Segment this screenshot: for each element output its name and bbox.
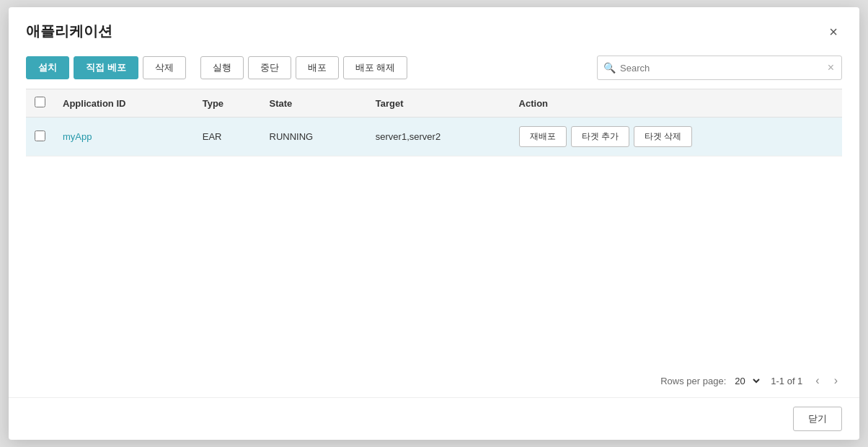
rows-per-page-select[interactable]: 20 50 100 [732, 375, 762, 387]
header-app-id: Application ID [54, 89, 194, 118]
search-clear-button[interactable]: × [826, 61, 836, 74]
application-dialog: 애플리케이션 × 설치 직접 베포 삭제 실행 중단 배포 배포 해제 🔍 × … [9, 7, 859, 440]
action-buttons: 재배포 타겟 추가 타겟 삭제 [519, 126, 833, 147]
table-header-row: Application ID Type State Target Action [26, 89, 842, 118]
redeploy-button[interactable]: 재배포 [519, 126, 567, 147]
app-id-link[interactable]: myApp [63, 131, 92, 142]
search-input[interactable] [620, 63, 826, 74]
toolbar: 설치 직접 베포 삭제 실행 중단 배포 배포 해제 🔍 × [9, 50, 859, 89]
table-container: Application ID Type State Target Action … [9, 89, 859, 364]
search-icon: 🔍 [603, 62, 616, 74]
header-type: Type [194, 89, 261, 118]
page-info: 1-1 of 1 [771, 376, 802, 386]
install-button[interactable]: 설치 [26, 56, 69, 79]
delete-button[interactable]: 삭제 [143, 56, 186, 79]
pagination-bar: Rows per page: 20 50 100 1-1 of 1 ‹ › [9, 364, 859, 397]
deploy-button[interactable]: 배포 [296, 56, 339, 79]
footer-close-button[interactable]: 닫기 [793, 407, 842, 431]
row-checkbox[interactable] [35, 130, 45, 141]
dialog-header: 애플리케이션 × [9, 7, 859, 50]
next-page-button[interactable]: › [830, 373, 842, 389]
run-button[interactable]: 실행 [200, 56, 244, 79]
undeploy-button[interactable]: 배포 해제 [343, 56, 408, 79]
rows-per-page-label: Rows per page: [660, 376, 726, 386]
row-actions: 재배포 타겟 추가 타겟 삭제 [510, 118, 842, 156]
search-box: 🔍 × [597, 56, 842, 80]
header-checkbox-col [26, 89, 54, 118]
dialog-title: 애플리케이션 [26, 22, 112, 41]
direct-deploy-button[interactable]: 직접 베포 [74, 56, 138, 79]
row-app-id: myApp [54, 118, 194, 156]
prev-page-button[interactable]: ‹ [811, 373, 823, 389]
header-state: State [261, 89, 367, 118]
header-target: Target [367, 89, 510, 118]
add-target-button[interactable]: 타겟 추가 [571, 126, 629, 147]
applications-table: Application ID Type State Target Action … [26, 89, 842, 156]
select-all-checkbox[interactable] [35, 97, 45, 107]
row-checkbox-cell [26, 118, 54, 156]
header-action: Action [510, 89, 842, 118]
dialog-footer: 닫기 [9, 397, 859, 440]
row-type: EAR [194, 118, 261, 156]
stop-button[interactable]: 중단 [248, 56, 291, 79]
table-row: myApp EAR RUNNING server1,server2 재배포 타겟… [26, 118, 842, 156]
delete-target-button[interactable]: 타겟 삭제 [634, 126, 692, 147]
close-icon-button[interactable]: × [825, 23, 842, 40]
row-target: server1,server2 [367, 118, 510, 156]
row-state: RUNNING [261, 118, 367, 156]
